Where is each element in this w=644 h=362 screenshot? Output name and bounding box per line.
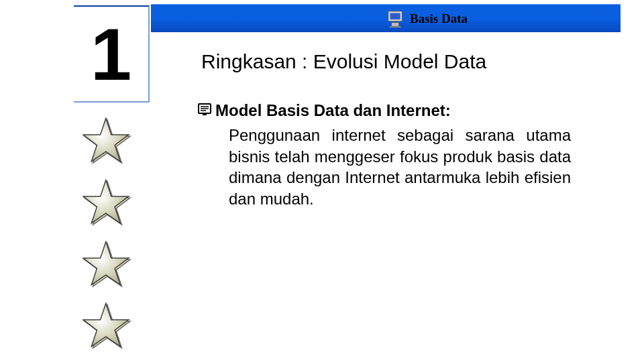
header-title: Basis Data xyxy=(410,11,468,26)
svg-rect-11 xyxy=(390,26,401,27)
star-icon xyxy=(83,117,132,167)
content-area: Model Basis Data dan Internet: Penggunaa… xyxy=(198,101,587,210)
chapter-number-box: 1 xyxy=(74,5,150,103)
screen-bullet-icon xyxy=(198,103,211,116)
svg-marker-7 xyxy=(83,303,129,346)
chapter-number: 1 xyxy=(91,17,131,91)
star-decoration-column xyxy=(83,117,136,362)
star-icon xyxy=(83,179,132,229)
bullet-heading: Model Basis Data dan Internet: xyxy=(215,101,451,121)
slide-title: Ringkasan : Evolusi Model Data xyxy=(201,50,486,73)
computer-icon xyxy=(386,9,406,29)
sidebar-column: 1 xyxy=(0,0,151,362)
bullet-item: Model Basis Data dan Internet: xyxy=(198,101,587,121)
body-paragraph: Penggunaan internet sebagai sarana utama… xyxy=(229,125,571,210)
star-icon xyxy=(83,241,132,290)
header-bar: Basis Data xyxy=(151,4,621,32)
svg-rect-16 xyxy=(203,113,207,115)
svg-rect-10 xyxy=(391,22,398,26)
svg-marker-3 xyxy=(83,180,129,223)
svg-rect-9 xyxy=(390,13,400,19)
svg-marker-1 xyxy=(83,118,129,161)
svg-marker-5 xyxy=(83,241,129,284)
star-icon xyxy=(83,302,132,352)
